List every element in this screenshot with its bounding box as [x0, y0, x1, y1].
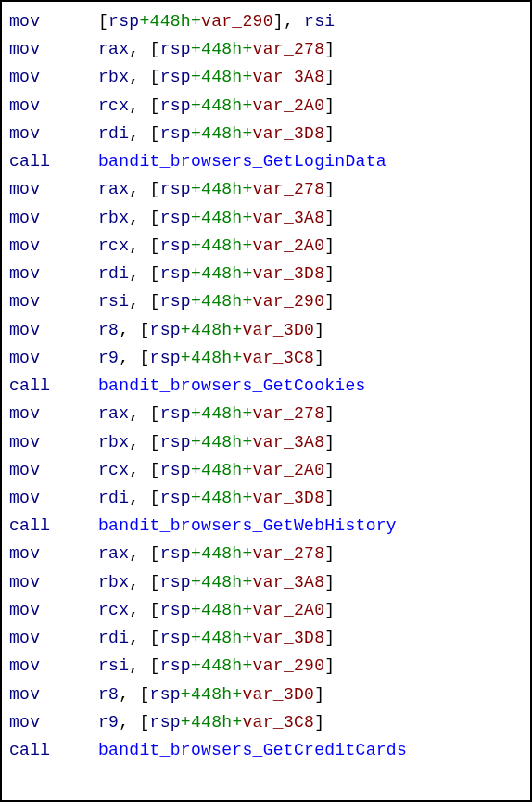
register: rsp [160, 292, 191, 311]
bracket-close: ] [324, 404, 335, 423]
offset: 448h [201, 544, 242, 563]
bracket-close: ] [324, 209, 335, 227]
function-name: bandit_browsers_GetCookies [98, 376, 366, 395]
plus: + [242, 96, 252, 115]
bracket-open: [ [139, 321, 149, 339]
mnemonic: call [9, 147, 98, 175]
variable: var_278 [253, 180, 325, 198]
register: rsp [160, 601, 191, 619]
plus: + [242, 489, 252, 507]
offset: 448h [201, 461, 242, 479]
offset: 448h [201, 433, 242, 452]
register: rsi [98, 656, 129, 675]
plus: + [232, 713, 242, 732]
asm-line: movrbx, [rsp+448h+var_3A8] [9, 63, 523, 91]
bracket-open: [ [150, 96, 160, 115]
bracket-close: ] [324, 433, 335, 452]
asm-line: mov[rsp+448h+var_290], rsi [9, 7, 523, 35]
register: rsp [160, 96, 191, 115]
plus: + [191, 292, 201, 311]
plus: + [191, 656, 201, 675]
mnemonic: mov [9, 287, 98, 315]
plus: + [242, 629, 252, 647]
mnemonic: mov [9, 7, 98, 35]
comma: , [119, 349, 139, 367]
plus: + [191, 12, 201, 31]
bracket-close: ] [324, 601, 335, 619]
plus: + [232, 321, 242, 339]
asm-line: movrbx, [rsp+448h+var_3A8] [9, 204, 523, 232]
bracket-open: [ [150, 236, 160, 255]
asm-line: movrdi, [rsp+448h+var_3D8] [9, 120, 523, 147]
function-name: bandit_browsers_GetWebHistory [98, 516, 397, 535]
comma: , [129, 629, 149, 647]
asm-line: movr8, [rsp+448h+var_3D0] [9, 681, 523, 708]
asm-line: movr8, [rsp+448h+var_3D0] [9, 316, 523, 344]
offset: 448h [201, 236, 242, 255]
bracket-close: ] [324, 544, 335, 563]
asm-line: callbandit_browsers_GetCreditCards [9, 736, 523, 764]
register: rsp [160, 573, 191, 592]
register: rsp [160, 461, 191, 479]
bracket-close: ] [324, 236, 335, 255]
mnemonic: mov [9, 120, 98, 147]
plus: + [191, 544, 201, 563]
asm-line: movrdi, [rsp+448h+var_3D8] [9, 484, 523, 512]
plus: + [191, 629, 201, 647]
register: rdi [98, 264, 129, 283]
plus: + [181, 685, 191, 704]
offset: 448h [201, 629, 242, 647]
variable: var_2A0 [253, 96, 325, 115]
mnemonic: mov [9, 596, 98, 624]
bracket-open: [ [150, 573, 160, 592]
bracket-close: ] [324, 68, 335, 86]
asm-line: movrdi, [rsp+448h+var_3D8] [9, 624, 523, 652]
plus: + [242, 40, 252, 58]
asm-line: callbandit_browsers_GetCookies [9, 372, 523, 400]
bracket-open: [ [150, 404, 160, 423]
plus: + [242, 68, 252, 86]
variable: var_3D8 [253, 489, 325, 507]
asm-line: movrax, [rsp+448h+var_278] [9, 540, 523, 567]
offset: 448h [201, 40, 242, 58]
mnemonic: mov [9, 316, 98, 344]
mnemonic: call [9, 736, 98, 764]
register: rsp [160, 629, 191, 647]
variable: var_3D8 [253, 264, 325, 283]
offset: 448h [150, 12, 191, 31]
asm-line: movr9, [rsp+448h+var_3C8] [9, 344, 523, 372]
mnemonic: mov [9, 624, 98, 652]
offset: 448h [201, 292, 242, 311]
comma: , [129, 404, 149, 423]
register: rsp [160, 40, 191, 58]
function-name: bandit_browsers_GetLoginData [98, 152, 386, 171]
bracket-close: ] [324, 461, 335, 479]
plus: + [242, 180, 252, 198]
bracket-open: [ [139, 713, 149, 732]
plus: + [181, 713, 191, 732]
register: rax [98, 180, 129, 198]
register: rbx [98, 68, 129, 86]
bracket-close: ] [324, 629, 335, 647]
variable: var_2A0 [253, 236, 325, 255]
mnemonic: mov [9, 568, 98, 596]
bracket-open: [ [150, 209, 160, 227]
plus: + [191, 209, 201, 227]
bracket-close: ] [324, 292, 335, 311]
variable: var_3C8 [243, 713, 315, 732]
plus: + [242, 601, 252, 619]
offset: 448h [191, 321, 232, 339]
mnemonic: mov [9, 540, 98, 567]
register: rcx [98, 236, 129, 255]
bracket-open: [ [150, 544, 160, 563]
asm-line: movrcx, [rsp+448h+var_2A0] [9, 596, 523, 624]
offset: 448h [201, 68, 242, 86]
bracket-close: ] [324, 489, 335, 507]
register: rsp [150, 321, 181, 339]
comma: , [119, 685, 139, 704]
plus: + [242, 236, 252, 255]
register: r9 [98, 349, 119, 367]
register: rax [98, 544, 129, 563]
register: rsp [160, 264, 191, 283]
plus: + [139, 12, 149, 31]
